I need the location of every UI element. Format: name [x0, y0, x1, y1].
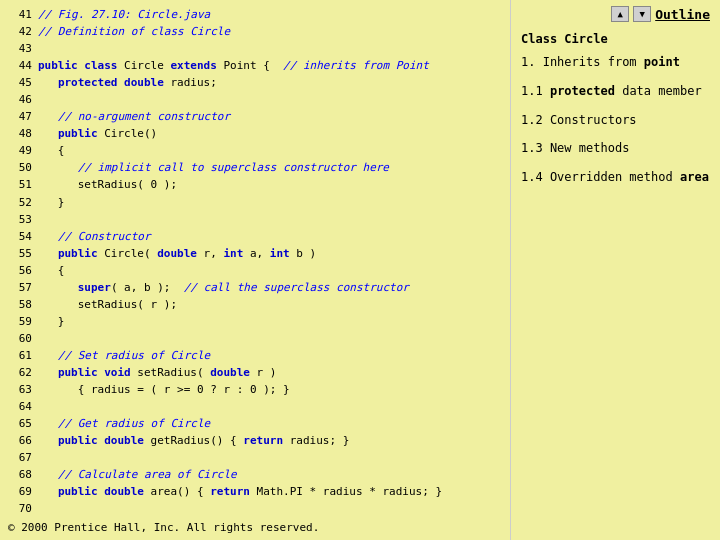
outline-item-1-1[interactable]: 1.1 protected data member: [521, 83, 710, 100]
outline-class-prefix: Class: [521, 32, 564, 46]
outline-item-1-2[interactable]: 1.2 Constructors: [521, 112, 710, 129]
outline-class-name: Circle: [564, 32, 607, 46]
code-line-47: 47 // no-argument constructor: [8, 108, 502, 125]
code-line-59: 59 }: [8, 313, 502, 330]
code-line-42: 42 // Definition of class Circle: [8, 23, 502, 40]
code-line-64: 64: [8, 398, 502, 415]
outline-title: Outline: [655, 7, 710, 22]
code-line-60: 60: [8, 330, 502, 347]
code-line-53: 53: [8, 211, 502, 228]
code-line-44: 44 public class Circle extends Point { /…: [8, 57, 502, 74]
code-line-49: 49 {: [8, 142, 502, 159]
outline-item-1-4[interactable]: 1.4 Overridden method area: [521, 169, 710, 186]
code-line-56: 56 {: [8, 262, 502, 279]
code-line-62: 62 public void setRadius( double r ): [8, 364, 502, 381]
outline-class-label: Class Circle: [521, 32, 710, 46]
code-line-45: 45 protected double radius;: [8, 74, 502, 91]
code-line-51: 51 setRadius( 0 );: [8, 176, 502, 193]
code-line-43: 43: [8, 40, 502, 57]
code-line-68: 68 // Calculate area of Circle: [8, 466, 502, 483]
code-line-65: 65 // Get radius of Circle: [8, 415, 502, 432]
outline-panel: ▲ ▼ Outline Class Circle 1. Inherits fro…: [510, 0, 720, 540]
outline-item-1[interactable]: 1. Inherits from point: [521, 54, 710, 71]
code-line-70: 70: [8, 500, 502, 517]
code-line-63: 63 { radius = ( r >= 0 ? r : 0 ); }: [8, 381, 502, 398]
code-line-46: 46: [8, 91, 502, 108]
code-line-55: 55 public Circle( double r, int a, int b…: [8, 245, 502, 262]
code-line-66: 66 public double getRadius() { return ra…: [8, 432, 502, 449]
footer-text: © 2000 Prentice Hall, Inc. All rights re…: [8, 521, 319, 534]
code-line-57: 57 super( a, b ); // call the superclass…: [8, 279, 502, 296]
outline-header: ▲ ▼ Outline: [521, 6, 710, 22]
code-line-58: 58 setRadius( r );: [8, 296, 502, 313]
code-line-61: 61 // Set radius of Circle: [8, 347, 502, 364]
code-line-41: 41 // Fig. 27.10: Circle.java: [8, 6, 502, 23]
code-line-52: 52 }: [8, 194, 502, 211]
code-line-50: 50 // implicit call to superclass constr…: [8, 159, 502, 176]
code-line-67: 67: [8, 449, 502, 466]
code-line-69: 69 public double area() { return Math.PI…: [8, 483, 502, 500]
outline-down-button[interactable]: ▼: [633, 6, 651, 22]
code-line-48: 48 public Circle(): [8, 125, 502, 142]
code-line-54: 54 // Constructor: [8, 228, 502, 245]
outline-up-button[interactable]: ▲: [611, 6, 629, 22]
outline-item-1-3[interactable]: 1.3 New methods: [521, 140, 710, 157]
code-panel: 41 // Fig. 27.10: Circle.java 42 // Defi…: [0, 0, 510, 540]
